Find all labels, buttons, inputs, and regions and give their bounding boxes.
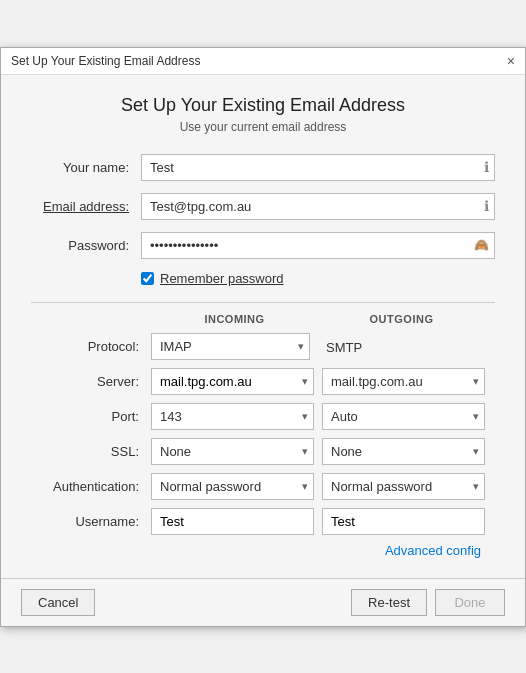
name-info-icon: ℹ [484,159,489,175]
name-row: Your name: ℹ [31,154,495,181]
remember-label[interactable]: Remember password [160,271,284,286]
incoming-ssl-select[interactable]: None SSL/TLS STARTTLS [151,438,314,465]
email-row: Email address: ℹ [31,193,495,220]
outgoing-col-header: OUTGOING [318,313,485,325]
done-button[interactable]: Done [435,589,505,616]
outgoing-server-select[interactable]: mail.tpg.com.au [322,368,485,395]
email-input-wrapper: ℹ [141,193,495,220]
password-input[interactable] [141,232,495,259]
close-button[interactable]: × [507,54,515,68]
header-section: Set Up Your Existing Email Address Use y… [31,95,495,134]
incoming-ssl-wrapper: None SSL/TLS STARTTLS [151,438,314,465]
outgoing-protocol-label: SMTP [326,338,362,355]
server-label: Server: [41,374,151,389]
outgoing-ssl-select[interactable]: None SSL/TLS STARTTLS [322,438,485,465]
password-label: Password: [31,238,141,253]
page-subtitle: Use your current email address [31,120,495,134]
retest-button[interactable]: Re-test [351,589,427,616]
server-section: INCOMING OUTGOING Protocol: IMAP POP3 SM… [31,313,495,558]
auth-row: Authentication: Normal password OAuth2 K… [41,473,485,500]
port-row: Port: 143 993 Auto 587 465 25 [41,403,485,430]
server-row: Server: mail.tpg.com.au [41,368,485,395]
advanced-config-row: Advanced config [41,543,485,558]
password-row: Password: 🙈 [31,232,495,259]
incoming-auth-wrapper: Normal password OAuth2 Kerberos [151,473,314,500]
footer: Cancel Re-test Done [1,578,525,626]
email-label: Email address: [31,199,141,214]
incoming-auth-select[interactable]: Normal password OAuth2 Kerberos [151,473,314,500]
main-window: Set Up Your Existing Email Address × Set… [0,47,526,627]
outgoing-auth-select[interactable]: Normal password OAuth2 Kerberos [322,473,485,500]
protocol-label: Protocol: [41,339,151,354]
protocol-row: Protocol: IMAP POP3 SMTP [41,333,485,360]
incoming-port-wrapper: 143 993 [151,403,314,430]
username-label: Username: [41,514,151,529]
window-title: Set Up Your Existing Email Address [11,54,200,68]
incoming-col-header: INCOMING [151,313,318,325]
advanced-config-link[interactable]: Advanced config [385,543,481,558]
outgoing-ssl-wrapper: None SSL/TLS STARTTLS [322,438,485,465]
email-info-icon: ℹ [484,198,489,214]
incoming-server-wrapper [151,368,314,395]
name-input-wrapper: ℹ [141,154,495,181]
name-input[interactable] [141,154,495,181]
ssl-label: SSL: [41,444,151,459]
incoming-port-select[interactable]: 143 993 [151,403,314,430]
remember-checkbox[interactable] [141,272,154,285]
name-label: Your name: [31,160,141,175]
outgoing-port-select[interactable]: Auto 587 465 25 [322,403,485,430]
incoming-server-input[interactable] [151,368,314,395]
page-title: Set Up Your Existing Email Address [31,95,495,116]
outgoing-username-input[interactable] [322,508,485,535]
password-input-wrapper: 🙈 [141,232,495,259]
outgoing-port-wrapper: Auto 587 465 25 [322,403,485,430]
username-row: Username: [41,508,485,535]
outgoing-server-wrapper: mail.tpg.com.au [322,368,485,395]
incoming-protocol-wrapper: IMAP POP3 [151,333,310,360]
server-header: INCOMING OUTGOING [41,313,485,325]
port-label: Port: [41,409,151,424]
outgoing-auth-wrapper: Normal password OAuth2 Kerberos [322,473,485,500]
main-content: Set Up Your Existing Email Address Use y… [1,75,525,578]
ssl-row: SSL: None SSL/TLS STARTTLS None SSL/TLS [41,438,485,465]
cancel-button[interactable]: Cancel [21,589,95,616]
incoming-username-input[interactable] [151,508,314,535]
password-toggle-icon[interactable]: 🙈 [474,238,489,252]
remember-row: Remember password [141,271,495,286]
titlebar: Set Up Your Existing Email Address × [1,48,525,75]
section-divider [31,302,495,303]
email-input[interactable] [141,193,495,220]
auth-label: Authentication: [41,479,151,494]
incoming-protocol-select[interactable]: IMAP POP3 [151,333,310,360]
